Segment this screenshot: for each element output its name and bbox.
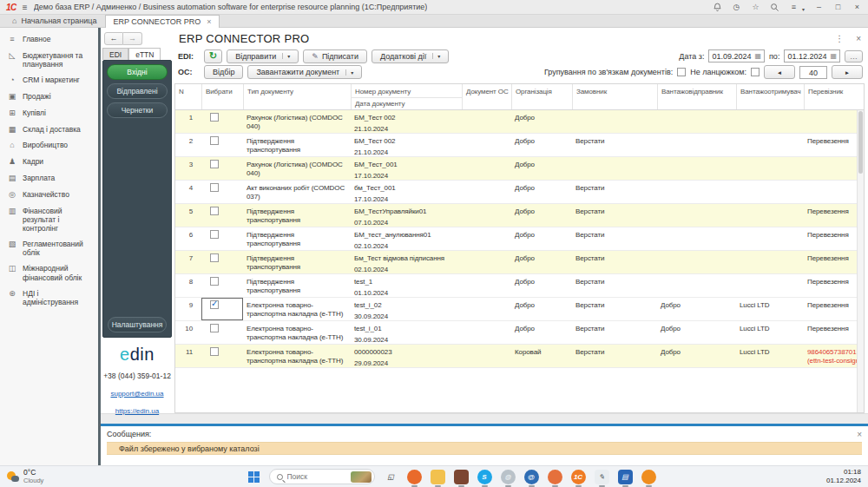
date-to-input[interactable]: 01.12.2024▦ xyxy=(784,49,840,63)
row-checkbox[interactable] xyxy=(210,136,219,145)
column-header-customer[interactable]: Замовник xyxy=(572,84,657,109)
more-actions-button[interactable]: Додаткові дії▾ xyxy=(372,49,449,63)
edge-icon[interactable] xyxy=(407,470,422,484)
browser-icon[interactable] xyxy=(641,470,656,484)
globe-icon[interactable]: ◍ xyxy=(501,470,516,484)
tab-erp-connector[interactable]: ERP CONNECTOR PRO × xyxy=(105,15,220,28)
service-menu-icon[interactable]: ≡ xyxy=(789,3,799,12)
row-checkbox[interactable] xyxy=(210,253,219,262)
calendar-icon[interactable]: ▦ xyxy=(754,52,761,60)
1c-icon[interactable]: 1С xyxy=(571,470,586,484)
folder-sent-button[interactable]: Відправлені xyxy=(107,83,168,99)
sidebar-item-sales[interactable]: ▣ Продажі xyxy=(0,89,98,105)
table-row[interactable]: 3 Рахунок (Логістика) (COMDOC 040) БМ_Те… xyxy=(175,157,864,181)
row-checkbox[interactable] xyxy=(210,113,219,122)
search-highlight-thumbnail[interactable] xyxy=(351,471,372,483)
minimize-icon[interactable]: – xyxy=(814,3,824,12)
maximize-icon[interactable]: □ xyxy=(833,3,843,12)
taskbar-search-input[interactable] xyxy=(287,472,338,481)
tab-home[interactable]: ⌂ Начальная страница xyxy=(4,15,105,27)
table-row[interactable]: 8 Підтвердження транспортування test_101… xyxy=(175,274,864,298)
back-button[interactable]: ← xyxy=(104,32,123,45)
taskbar-clock[interactable]: 01:18 01.12.2024 xyxy=(766,468,861,486)
table-row[interactable]: 9 Електронна товарно-транспортна накладн… xyxy=(175,298,864,321)
date-from-input[interactable]: 01.09.2024▦ xyxy=(708,49,765,63)
table-row[interactable]: 10 Електронна товарно-транспортна наклад… xyxy=(175,321,864,345)
table-scrollbar[interactable] xyxy=(857,110,864,412)
date-options-button[interactable]: … xyxy=(845,50,863,63)
messages-close-icon[interactable]: × xyxy=(857,430,862,439)
no-chain-checkbox[interactable] xyxy=(751,68,760,76)
translator-icon[interactable]: @ xyxy=(524,470,539,484)
editor-icon[interactable]: ✎ xyxy=(595,470,609,484)
load-document-button[interactable]: Завантажити документ▾ xyxy=(247,65,362,79)
chrome-icon[interactable] xyxy=(548,470,562,484)
folder-drafts-button[interactable]: Чернетки xyxy=(107,102,168,118)
column-header-n[interactable]: N xyxy=(175,84,201,109)
prev-page-button[interactable]: ◄ xyxy=(764,65,795,79)
row-checkbox[interactable] xyxy=(210,160,219,168)
sidebar-item-purchases[interactable]: ⊞ Купівлі xyxy=(0,105,98,122)
search-icon[interactable] xyxy=(770,3,779,12)
skype-icon[interactable]: S xyxy=(477,470,492,484)
sidebar-item-salary[interactable]: ▤ Зарплата xyxy=(0,170,98,187)
column-header-doc-number[interactable]: Номер документуДата документу xyxy=(351,84,462,109)
column-header-carrier[interactable]: Перевізник xyxy=(804,84,864,109)
column-header-consignee[interactable]: Вантажоотримувач xyxy=(736,84,804,109)
file-explorer-icon[interactable] xyxy=(431,470,445,484)
row-checkbox[interactable] xyxy=(210,300,219,309)
table-row[interactable]: 5 Підтвердження транспортування БМ_ТестУ… xyxy=(175,204,864,227)
weather-widget[interactable]: 0°C Cloudy xyxy=(7,469,137,484)
sidebar-item-ifrs[interactable]: ◫ Міжнародний фінансовий облік xyxy=(0,260,98,285)
sidebar-item-crm[interactable]: ◔ CRM і маркетинг xyxy=(0,72,98,89)
table-row[interactable]: 6 Підтвердження транспортування БМ_тест_… xyxy=(175,227,864,251)
table-row[interactable]: 1 Рахунок (Логістика) (COMDOC 040) БМ_Те… xyxy=(175,110,864,134)
column-header-doc-type[interactable]: Тип документу xyxy=(243,84,351,109)
table-row[interactable]: 4 Акт виконаних робіт (COMDOC 037) бм_Те… xyxy=(175,181,864,204)
history-icon[interactable]: ◷ xyxy=(732,3,741,12)
sidebar-item-regulated[interactable]: ▧ Регламентований облік xyxy=(0,236,98,260)
task-view-icon[interactable]: ◱ xyxy=(384,470,398,484)
sidebar-item-treasury[interactable]: ◎ Казначейство xyxy=(0,187,98,203)
row-checkbox[interactable] xyxy=(210,324,219,332)
column-header-organization[interactable]: Організація xyxy=(511,84,572,109)
tab-edi[interactable]: EDI xyxy=(102,48,128,60)
favorites-icon[interactable]: ☆ xyxy=(751,3,760,12)
scrollbar-thumb[interactable] xyxy=(858,111,863,174)
sidebar-item-production[interactable]: ⌂ Виробництво xyxy=(0,137,98,154)
next-page-button[interactable]: ► xyxy=(832,65,863,79)
table-row[interactable]: 2 Підтвердження транспортування БМ_Тест … xyxy=(175,134,864,157)
column-header-doc-os[interactable]: Документ ОС xyxy=(462,84,511,109)
store-icon[interactable] xyxy=(454,470,469,484)
row-checkbox[interactable] xyxy=(210,347,219,356)
calendar-icon[interactable]: ▦ xyxy=(830,52,837,60)
notifications-icon[interactable] xyxy=(713,3,722,12)
form-close-icon[interactable]: × xyxy=(856,34,861,43)
filter-button[interactable]: Відбір xyxy=(204,65,243,79)
sign-button[interactable]: ✎Підписати xyxy=(303,49,367,63)
sidebar-item-hr[interactable]: ♟ Кадри xyxy=(0,154,98,170)
sidebar-item-budgeting[interactable]: ◺ Бюджетування та планування xyxy=(0,48,98,72)
column-header-select[interactable]: Вибрати xyxy=(201,84,243,109)
form-more-icon[interactable]: ⋮ xyxy=(835,34,844,43)
tab-ettn[interactable]: eTTN xyxy=(128,48,161,60)
start-button[interactable] xyxy=(247,471,260,484)
taskbar-search[interactable] xyxy=(269,469,375,484)
folder-inbox-button[interactable]: Вхідні xyxy=(107,64,168,80)
row-checkbox[interactable] xyxy=(210,207,219,215)
close-icon[interactable]: × xyxy=(852,3,862,12)
notes-icon[interactable]: ▤ xyxy=(618,470,633,484)
site-link[interactable]: https://edin.ua xyxy=(102,407,172,415)
sidebar-item-main[interactable]: ≡ Главное xyxy=(0,31,98,48)
settings-button[interactable]: Налаштування xyxy=(108,317,167,332)
sidebar-item-warehouse[interactable]: ▦ Склад і доставка xyxy=(0,122,98,138)
sidebar-item-admin[interactable]: ⊛ НДІ і адміністрування xyxy=(0,286,98,310)
main-menu-icon[interactable]: ≡ xyxy=(23,3,28,12)
support-email-link[interactable]: support@edin.ua xyxy=(102,390,172,398)
row-checkbox[interactable] xyxy=(210,183,219,192)
row-checkbox[interactable] xyxy=(210,277,219,286)
table-row[interactable]: 11 Електронна товарно-транспортна наклад… xyxy=(175,345,864,368)
column-header-shipper[interactable]: Вантажовідправник xyxy=(657,84,736,109)
page-size-input[interactable]: 40 xyxy=(799,66,827,79)
grouping-checkbox[interactable] xyxy=(677,68,686,76)
